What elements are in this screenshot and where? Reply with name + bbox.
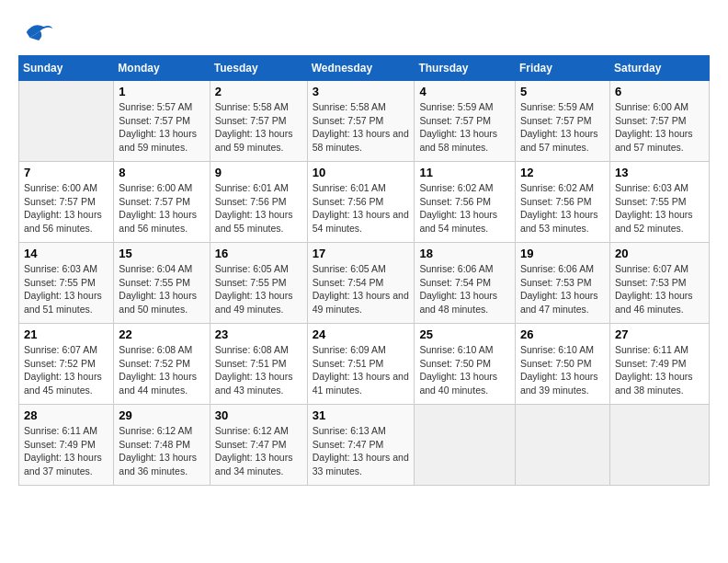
day-number: 28 [24,408,108,422]
day-number: 13 [615,166,704,179]
logo-icon [18,18,55,46]
week-row-4: 21Sunrise: 6:07 AMSunset: 7:52 PMDayligh… [19,324,710,405]
day-number: 16 [215,247,302,260]
day-info: Sunrise: 6:02 AMSunset: 7:56 PMDaylight:… [520,181,605,236]
day-number: 9 [215,166,302,179]
weekday-header-sunday: Sunday [19,56,114,81]
day-number: 22 [119,327,204,341]
weekday-header-monday: Monday [114,56,210,81]
day-cell: 2Sunrise: 5:58 AMSunset: 7:57 PMDaylight… [210,81,307,162]
day-number: 21 [24,327,108,341]
day-info: Sunrise: 5:59 AMSunset: 7:57 PMDaylight:… [419,100,510,155]
day-info: Sunrise: 6:08 AMSunset: 7:52 PMDaylight:… [119,343,204,397]
day-info: Sunrise: 5:57 AMSunset: 7:57 PMDaylight:… [119,100,204,155]
day-info: Sunrise: 6:10 AMSunset: 7:50 PMDaylight:… [520,343,605,397]
weekday-header-wednesday: Wednesday [307,56,415,81]
day-cell: 20Sunrise: 6:07 AMSunset: 7:53 PMDayligh… [609,243,709,324]
day-cell: 4Sunrise: 5:59 AMSunset: 7:57 PMDaylight… [415,81,516,162]
day-cell: 28Sunrise: 6:11 AMSunset: 7:49 PMDayligh… [19,405,114,486]
weekday-header-tuesday: Tuesday [210,56,307,81]
day-cell [19,81,114,162]
day-cell: 24Sunrise: 6:09 AMSunset: 7:51 PMDayligh… [307,324,415,405]
weekday-header-friday: Friday [515,56,609,81]
day-cell: 14Sunrise: 6:03 AMSunset: 7:55 PMDayligh… [19,243,114,324]
day-cell: 11Sunrise: 6:02 AMSunset: 7:56 PMDayligh… [415,162,516,243]
day-cell: 29Sunrise: 6:12 AMSunset: 7:48 PMDayligh… [114,405,210,486]
day-cell: 27Sunrise: 6:11 AMSunset: 7:49 PMDayligh… [609,324,709,405]
day-cell [515,405,609,486]
day-cell: 6Sunrise: 6:00 AMSunset: 7:57 PMDaylight… [609,81,709,162]
calendar-table: SundayMondayTuesdayWednesdayThursdayFrid… [18,55,710,486]
day-cell [415,405,516,486]
day-info: Sunrise: 5:59 AMSunset: 7:57 PMDaylight:… [520,100,605,155]
week-row-3: 14Sunrise: 6:03 AMSunset: 7:55 PMDayligh… [19,243,710,324]
day-number: 10 [313,166,410,179]
day-info: Sunrise: 6:11 AMSunset: 7:49 PMDaylight:… [24,424,108,478]
week-row-2: 7Sunrise: 6:00 AMSunset: 7:57 PMDaylight… [19,162,710,243]
day-cell: 16Sunrise: 6:05 AMSunset: 7:55 PMDayligh… [210,243,307,324]
header [18,18,710,46]
day-cell: 31Sunrise: 6:13 AMSunset: 7:47 PMDayligh… [307,405,415,486]
day-info: Sunrise: 6:13 AMSunset: 7:47 PMDaylight:… [313,424,410,478]
day-cell: 18Sunrise: 6:06 AMSunset: 7:54 PMDayligh… [415,243,516,324]
day-info: Sunrise: 5:58 AMSunset: 7:57 PMDaylight:… [313,100,410,155]
day-number: 17 [313,247,410,260]
day-info: Sunrise: 6:09 AMSunset: 7:51 PMDaylight:… [313,343,410,397]
day-number: 31 [313,408,410,422]
day-info: Sunrise: 6:07 AMSunset: 7:52 PMDaylight:… [24,343,108,397]
day-number: 2 [215,85,302,98]
day-info: Sunrise: 6:04 AMSunset: 7:55 PMDaylight:… [119,262,204,316]
day-info: Sunrise: 6:06 AMSunset: 7:53 PMDaylight:… [520,262,605,316]
day-number: 14 [24,247,108,260]
day-cell: 17Sunrise: 6:05 AMSunset: 7:54 PMDayligh… [307,243,415,324]
day-number: 27 [615,327,704,341]
weekday-header-saturday: Saturday [609,56,709,81]
day-info: Sunrise: 6:05 AMSunset: 7:55 PMDaylight:… [215,262,302,316]
day-cell: 23Sunrise: 6:08 AMSunset: 7:51 PMDayligh… [210,324,307,405]
day-cell: 25Sunrise: 6:10 AMSunset: 7:50 PMDayligh… [415,324,516,405]
day-cell: 1Sunrise: 5:57 AMSunset: 7:57 PMDaylight… [114,81,210,162]
week-row-1: 1Sunrise: 5:57 AMSunset: 7:57 PMDaylight… [19,81,710,162]
day-cell: 13Sunrise: 6:03 AMSunset: 7:55 PMDayligh… [609,162,709,243]
day-number: 15 [119,247,204,260]
day-info: Sunrise: 6:01 AMSunset: 7:56 PMDaylight:… [313,181,410,236]
day-cell: 5Sunrise: 5:59 AMSunset: 7:57 PMDaylight… [515,81,609,162]
day-info: Sunrise: 6:11 AMSunset: 7:49 PMDaylight:… [615,343,704,397]
day-cell: 12Sunrise: 6:02 AMSunset: 7:56 PMDayligh… [515,162,609,243]
day-number: 12 [520,166,605,179]
day-number: 11 [419,166,510,179]
day-number: 30 [215,408,302,422]
day-info: Sunrise: 6:12 AMSunset: 7:47 PMDaylight:… [215,424,302,478]
day-cell: 9Sunrise: 6:01 AMSunset: 7:56 PMDaylight… [210,162,307,243]
day-info: Sunrise: 6:12 AMSunset: 7:48 PMDaylight:… [119,424,204,478]
day-number: 23 [215,327,302,341]
day-number: 8 [119,166,204,179]
day-number: 3 [313,85,410,98]
day-number: 24 [313,327,410,341]
day-info: Sunrise: 5:58 AMSunset: 7:57 PMDaylight:… [215,100,302,155]
day-cell: 3Sunrise: 5:58 AMSunset: 7:57 PMDaylight… [307,81,415,162]
day-cell: 10Sunrise: 6:01 AMSunset: 7:56 PMDayligh… [307,162,415,243]
day-number: 1 [119,85,204,98]
day-info: Sunrise: 6:03 AMSunset: 7:55 PMDaylight:… [615,181,704,236]
weekday-header-thursday: Thursday [415,56,516,81]
day-number: 20 [615,247,704,260]
day-info: Sunrise: 6:05 AMSunset: 7:54 PMDaylight:… [313,262,410,316]
day-info: Sunrise: 6:02 AMSunset: 7:56 PMDaylight:… [419,181,510,236]
day-number: 6 [615,85,704,98]
day-cell: 22Sunrise: 6:08 AMSunset: 7:52 PMDayligh… [114,324,210,405]
page-container: SundayMondayTuesdayWednesdayThursdayFrid… [18,18,710,486]
day-number: 18 [419,247,510,260]
week-row-5: 28Sunrise: 6:11 AMSunset: 7:49 PMDayligh… [19,405,710,486]
day-info: Sunrise: 6:00 AMSunset: 7:57 PMDaylight:… [119,181,204,236]
day-info: Sunrise: 6:07 AMSunset: 7:53 PMDaylight:… [615,262,704,316]
day-info: Sunrise: 6:08 AMSunset: 7:51 PMDaylight:… [215,343,302,397]
day-info: Sunrise: 6:00 AMSunset: 7:57 PMDaylight:… [24,181,108,236]
day-number: 29 [119,408,204,422]
day-number: 26 [520,327,605,341]
day-cell: 7Sunrise: 6:00 AMSunset: 7:57 PMDaylight… [19,162,114,243]
day-number: 4 [419,85,510,98]
day-number: 25 [419,327,510,341]
day-cell: 8Sunrise: 6:00 AMSunset: 7:57 PMDaylight… [114,162,210,243]
day-number: 19 [520,247,605,260]
